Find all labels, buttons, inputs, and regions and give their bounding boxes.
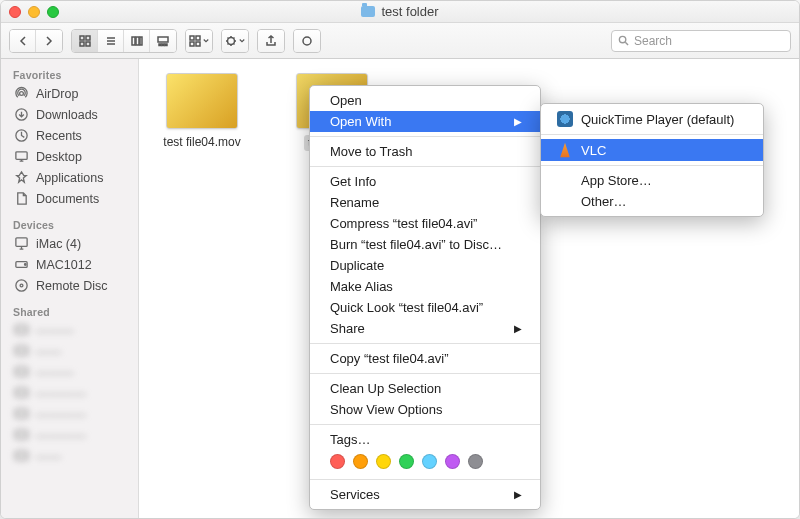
sidebar-item-airdrop[interactable]: AirDrop <box>1 83 138 104</box>
svg-rect-0 <box>80 36 84 40</box>
svg-rect-21 <box>15 152 26 160</box>
svg-rect-11 <box>190 36 194 40</box>
arrange-button[interactable] <box>186 30 212 52</box>
gallery-view-button[interactable] <box>150 30 176 52</box>
search-field[interactable]: Search <box>611 30 791 52</box>
menu-separator <box>310 479 540 480</box>
submenu-app-store[interactable]: App Store… <box>541 170 763 191</box>
submenu-quicktime[interactable]: QuickTime Player (default) <box>541 108 763 130</box>
menu-burn[interactable]: Burn “test file04.avi” to Disc… <box>310 234 540 255</box>
menu-separator <box>310 424 540 425</box>
svg-rect-12 <box>196 36 200 40</box>
sidebar-item-shared[interactable]: ———— <box>1 404 138 425</box>
menu-get-info[interactable]: Get Info <box>310 171 540 192</box>
svg-point-18 <box>19 92 23 96</box>
tag-color-dot[interactable] <box>330 454 345 469</box>
menu-open-with[interactable]: Open With▶ <box>310 111 540 132</box>
share-button[interactable] <box>258 30 284 52</box>
svg-rect-1 <box>86 36 90 40</box>
submenu-arrow-icon: ▶ <box>514 489 522 500</box>
menu-services[interactable]: Services▶ <box>310 484 540 505</box>
menu-tags[interactable]: Tags… <box>310 429 540 450</box>
applications-icon <box>13 170 29 186</box>
menu-separator <box>310 136 540 137</box>
svg-rect-33 <box>15 452 26 460</box>
svg-point-24 <box>24 264 26 266</box>
view-buttons <box>71 29 177 53</box>
svg-rect-2 <box>80 42 84 46</box>
hdd-icon <box>13 257 29 273</box>
zoom-window-button[interactable] <box>47 6 59 18</box>
list-view-button[interactable] <box>98 30 124 52</box>
menu-make-alias[interactable]: Make Alias <box>310 276 540 297</box>
sidebar-item-mac1012[interactable]: MAC1012 <box>1 254 138 275</box>
sidebar-item-documents[interactable]: Documents <box>1 188 138 209</box>
sidebar-item-shared[interactable]: ——— <box>1 362 138 383</box>
menu-separator <box>310 373 540 374</box>
sidebar-item-shared[interactable]: ——— <box>1 320 138 341</box>
tag-color-dot[interactable] <box>445 454 460 469</box>
tag-color-dot[interactable] <box>468 454 483 469</box>
sidebar-item-recents[interactable]: Recents <box>1 125 138 146</box>
menu-compress[interactable]: Compress “test file04.avi” <box>310 213 540 234</box>
menu-clean-up[interactable]: Clean Up Selection <box>310 378 540 399</box>
tag-color-dot[interactable] <box>422 454 437 469</box>
svg-rect-14 <box>196 42 200 46</box>
tags-row <box>310 450 540 475</box>
action-group <box>221 29 249 53</box>
sidebar-item-shared[interactable]: ———— <box>1 383 138 404</box>
sidebar: Favorites AirDrop Downloads Recents Desk… <box>1 59 139 518</box>
content-area[interactable]: test file04.mov test file... Open Open W… <box>139 59 799 518</box>
svg-rect-28 <box>15 347 26 355</box>
sidebar-item-remote-disc[interactable]: Remote Disc <box>1 275 138 296</box>
svg-rect-7 <box>158 37 168 42</box>
sidebar-heading-devices: Devices <box>1 215 138 233</box>
close-window-button[interactable] <box>9 6 21 18</box>
window-title-text: test folder <box>381 4 438 19</box>
tag-color-dot[interactable] <box>376 454 391 469</box>
menu-open[interactable]: Open <box>310 90 540 111</box>
tags-group <box>293 29 321 53</box>
menu-separator <box>310 343 540 344</box>
search-placeholder: Search <box>634 34 672 48</box>
sidebar-item-desktop[interactable]: Desktop <box>1 146 138 167</box>
share-group <box>257 29 285 53</box>
action-button[interactable] <box>222 30 248 52</box>
sidebar-item-shared[interactable]: —— <box>1 341 138 362</box>
submenu-vlc[interactable]: VLC <box>541 139 763 161</box>
tag-color-dot[interactable] <box>353 454 368 469</box>
sidebar-item-shared[interactable]: ———— <box>1 425 138 446</box>
quicktime-icon <box>557 111 573 127</box>
imac-icon <box>13 236 29 252</box>
svg-point-25 <box>15 280 26 291</box>
svg-rect-13 <box>190 42 194 46</box>
menu-copy[interactable]: Copy “test file04.avi” <box>310 348 540 369</box>
desktop-icon <box>13 149 29 165</box>
sidebar-item-imac[interactable]: iMac (4) <box>1 233 138 254</box>
back-button[interactable] <box>10 30 36 52</box>
menu-move-to-trash[interactable]: Move to Trash <box>310 141 540 162</box>
sidebar-heading-favorites: Favorites <box>1 65 138 83</box>
menu-duplicate[interactable]: Duplicate <box>310 255 540 276</box>
context-menu: Open Open With▶ Move to Trash Get Info R… <box>309 85 541 510</box>
forward-button[interactable] <box>36 30 62 52</box>
file-item[interactable]: test file04.mov <box>157 73 247 155</box>
icon-view-button[interactable] <box>72 30 98 52</box>
submenu-arrow-icon: ▶ <box>514 323 522 334</box>
sidebar-item-applications[interactable]: Applications <box>1 167 138 188</box>
svg-rect-9 <box>162 44 164 46</box>
menu-share[interactable]: Share▶ <box>310 318 540 339</box>
menu-rename[interactable]: Rename <box>310 192 540 213</box>
open-with-submenu: QuickTime Player (default) VLC App Store… <box>540 103 764 217</box>
tag-color-dot[interactable] <box>399 454 414 469</box>
column-view-button[interactable] <box>124 30 150 52</box>
menu-show-view-options[interactable]: Show View Options <box>310 399 540 420</box>
tags-button[interactable] <box>294 30 320 52</box>
sidebar-item-downloads[interactable]: Downloads <box>1 104 138 125</box>
sidebar-item-shared[interactable]: —— <box>1 446 138 467</box>
svg-rect-29 <box>15 368 26 376</box>
menu-quick-look[interactable]: Quick Look “test file04.avi” <box>310 297 540 318</box>
submenu-other[interactable]: Other… <box>541 191 763 212</box>
minimize-window-button[interactable] <box>28 6 40 18</box>
file-name: test file04.mov <box>157 135 247 149</box>
